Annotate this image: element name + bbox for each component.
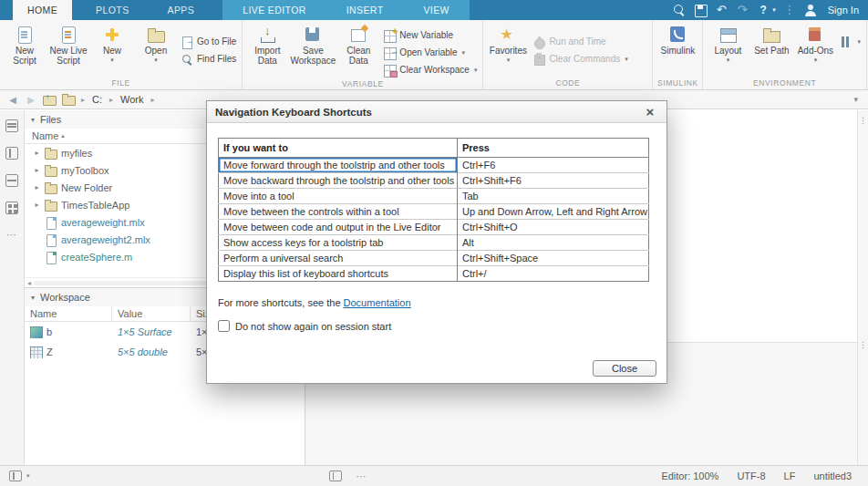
sort-ascending-icon: ▴ [61,132,65,140]
tab-plots[interactable]: PLOTS [81,0,143,20]
sidebar-overflow-icon[interactable]: ⋯ [6,229,17,241]
line-ending: LF [784,470,796,481]
help-icon[interactable]: ? [756,3,770,17]
sign-in-link[interactable]: Sign In [824,5,859,16]
statusbar-overflow-icon[interactable]: ⋯ [356,470,367,482]
favorites-caret-icon: ▾ [507,57,511,63]
dialog-title: Navigation Keyboard Shortcuts [215,107,372,118]
section-label-simulink: SIMULINK [656,78,699,89]
expand-icon[interactable]: ▸ [33,201,41,209]
open-variable-button[interactable]: Open Variable ▾ [380,44,480,61]
apps-panel-icon[interactable] [5,202,18,214]
simulink-button[interactable]: Simulink [656,22,699,57]
go-to-file-button[interactable]: Go to File [178,33,239,50]
editor-zoom-level[interactable]: Editor: 100% [661,470,718,481]
community-icon[interactable]: ⋮ [782,3,797,17]
live-script-file-icon [45,234,57,245]
table-row[interactable]: Move between the controls within a toolU… [219,204,649,220]
files-panel-icon[interactable] [5,119,18,132]
parallel-caret-icon: ▾ [857,38,861,45]
close-button[interactable]: Close [593,360,656,377]
workspace-collapse-icon[interactable]: ▾ [31,294,35,302]
expand-icon[interactable]: ▸ [33,183,41,191]
workspace-col-value[interactable]: Value [112,306,191,321]
tab-home[interactable]: HOME [13,0,72,20]
browse-folder-icon[interactable] [62,94,76,105]
import-data-icon [257,25,277,45]
dialog-body: If you want to Press Move forward throug… [207,123,666,332]
search-icon[interactable] [672,3,687,17]
statusbar-layout-icon[interactable] [9,470,22,481]
forward-button[interactable]: ▶ [25,95,37,105]
open-caret-icon: ▾ [154,57,158,63]
go-to-file-icon [181,36,193,48]
dialog-title-bar[interactable]: Navigation Keyboard Shortcuts × [207,101,666,123]
clear-workspace-button[interactable]: Clear Workspace ▾ [380,61,480,78]
set-path-button[interactable]: Set Path [749,22,793,57]
favorites-button[interactable]: Favorites ▾ [486,22,530,63]
folders-panel-icon[interactable] [5,147,18,160]
table-row[interactable]: Perform a universal searchCtrl+Shift+Spa… [219,251,649,266]
parallel-menu-button[interactable]: ▾ [837,33,863,50]
redo-icon[interactable]: ↷ [735,3,749,17]
expand-icon[interactable]: ▸ [33,166,41,174]
toolstrip-tab-bar: HOME PLOTS APPS LIVE EDITOR INSERT VIEW … [0,0,868,20]
layout-button[interactable]: Layout ▾ [706,22,749,63]
back-button[interactable]: ◀ [6,95,19,105]
more-shortcuts-note: For more shortcuts, see the Documentatio… [218,297,656,308]
new-button[interactable]: New ▾ [90,22,134,63]
favorites-icon [498,25,518,45]
save-workspace-icon [303,25,323,45]
import-data-button[interactable]: Import Data [245,22,289,66]
new-variable-button[interactable]: New Variable [380,26,480,44]
documentation-link[interactable]: Documentation [344,297,411,308]
splitter-handle-icon[interactable]: ⋮ [858,340,868,349]
find-files-icon [181,53,193,66]
add-ons-caret-icon: ▾ [814,57,818,63]
breadcrumb-drive[interactable]: C: [90,94,104,105]
clean-data-button[interactable]: Clean Data [336,22,380,66]
up-folder-icon[interactable] [43,94,57,105]
save-workspace-button[interactable]: Save Workspace [289,22,336,66]
table-row[interactable]: Show access keys for a toolstrip tabAlt [219,235,649,251]
layout-icon [718,25,738,45]
addressbar-menu-icon[interactable]: ▾ [853,95,862,104]
folder-icon [45,165,57,176]
find-files-button[interactable]: Find Files [178,50,239,67]
run-and-time-button[interactable]: Run and Time [530,33,630,50]
breadcrumb-folder[interactable]: Work [119,94,145,105]
dialog-close-icon[interactable]: × [642,105,658,119]
open-button[interactable]: Open ▾ [134,22,178,63]
table-row[interactable]: Move forward through the toolstrip and o… [219,158,649,173]
undo-icon[interactable]: ↶ [714,3,728,17]
workspace-col-name[interactable]: Name [25,306,112,321]
table-row[interactable]: Move between code and output in the Live… [219,220,649,235]
workspace-panel-icon[interactable] [5,174,18,187]
splitter-handle-icon[interactable]: ⋮ [858,116,868,125]
new-script-button[interactable]: New Script [3,22,46,66]
clear-commands-caret-icon: ▾ [625,56,628,62]
clear-commands-button[interactable]: Clear Commands ▾ [530,50,630,67]
add-ons-button[interactable]: Add-Ons ▾ [793,22,837,63]
table-row[interactable]: Move into a toolTab [219,189,649,204]
table-row[interactable]: Move backward through the toolstrip and … [219,173,649,189]
do-not-show-label: Do not show again on session start [235,321,391,332]
new-live-script-button[interactable]: New Live Script [46,22,90,66]
simulink-icon [667,25,687,45]
tab-view[interactable]: VIEW [403,0,469,20]
tab-apps[interactable]: APPS [153,0,210,20]
matrix-variable-icon [30,346,42,358]
expand-icon[interactable]: ▸ [33,149,41,157]
tab-insert[interactable]: INSERT [326,0,404,20]
scroll-left-icon[interactable]: ◂ [27,279,31,287]
files-collapse-icon[interactable]: ▾ [31,116,35,124]
table-row[interactable]: Display this list of keyboard shortcutsC… [219,266,649,282]
toolstrip-section-variable: Import Data Save Workspace Clean Data Ne… [243,20,483,89]
left-sidebar-strip: ⋯ [0,110,25,465]
do-not-show-checkbox[interactable] [218,320,230,332]
save-icon[interactable] [693,3,708,17]
tab-live-editor[interactable]: LIVE EDITOR [222,0,326,20]
statusbar-panel-icon[interactable] [329,470,342,481]
profile-icon[interactable] [803,3,818,17]
toolstrip-section-file: New Script New Live Script New ▾ Open ▾ … [0,20,243,89]
